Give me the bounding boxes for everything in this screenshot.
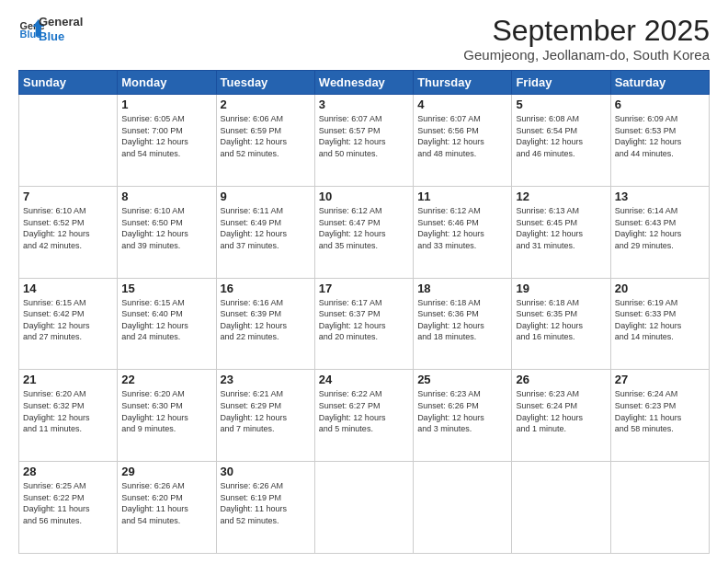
day-info: Sunrise: 6:05 AM Sunset: 7:00 PM Dayligh… (121, 113, 211, 159)
table-row: 21Sunrise: 6:20 AM Sunset: 6:32 PM Dayli… (19, 370, 118, 462)
day-info: Sunrise: 6:23 AM Sunset: 6:26 PM Dayligh… (417, 388, 507, 434)
day-number: 25 (417, 373, 507, 386)
day-info: Sunrise: 6:24 AM Sunset: 6:23 PM Dayligh… (615, 388, 705, 434)
day-number: 23 (221, 373, 311, 386)
table-row: 5Sunrise: 6:08 AM Sunset: 6:54 PM Daylig… (512, 95, 610, 187)
col-tuesday: Tuesday (216, 71, 314, 95)
table-row: 29Sunrise: 6:26 AM Sunset: 6:20 PM Dayli… (118, 462, 216, 554)
day-info: Sunrise: 6:22 AM Sunset: 6:27 PM Dayligh… (319, 388, 409, 434)
day-info: Sunrise: 6:20 AM Sunset: 6:30 PM Dayligh… (121, 388, 211, 434)
day-info: Sunrise: 6:07 AM Sunset: 6:57 PM Dayligh… (319, 113, 409, 159)
logo: General Blue General Blue (18, 15, 83, 43)
day-info: Sunrise: 6:26 AM Sunset: 6:20 PM Dayligh… (121, 480, 211, 526)
day-info: Sunrise: 6:12 AM Sunset: 6:47 PM Dayligh… (319, 205, 409, 251)
day-info: Sunrise: 6:17 AM Sunset: 6:37 PM Dayligh… (319, 297, 409, 343)
table-row: 27Sunrise: 6:24 AM Sunset: 6:23 PM Dayli… (610, 370, 709, 462)
table-row: 1Sunrise: 6:05 AM Sunset: 7:00 PM Daylig… (118, 95, 216, 187)
month-title: September 2025 (463, 15, 710, 47)
table-row: 30Sunrise: 6:26 AM Sunset: 6:19 PM Dayli… (216, 462, 314, 554)
table-row: 3Sunrise: 6:07 AM Sunset: 6:57 PM Daylig… (314, 95, 413, 187)
day-number: 9 (221, 190, 311, 203)
day-info: Sunrise: 6:18 AM Sunset: 6:35 PM Dayligh… (516, 297, 606, 343)
table-row: 16Sunrise: 6:16 AM Sunset: 6:39 PM Dayli… (216, 278, 314, 370)
day-number: 27 (615, 373, 705, 386)
day-info: Sunrise: 6:19 AM Sunset: 6:33 PM Dayligh… (615, 297, 705, 343)
table-row: 12Sunrise: 6:13 AM Sunset: 6:45 PM Dayli… (512, 186, 610, 278)
logo-line2: Blue (39, 29, 83, 44)
table-row: 17Sunrise: 6:17 AM Sunset: 6:37 PM Dayli… (314, 278, 413, 370)
table-row: 15Sunrise: 6:15 AM Sunset: 6:40 PM Dayli… (118, 278, 216, 370)
day-info: Sunrise: 6:26 AM Sunset: 6:19 PM Dayligh… (221, 480, 311, 526)
day-info: Sunrise: 6:20 AM Sunset: 6:32 PM Dayligh… (23, 388, 113, 434)
day-number: 10 (319, 190, 409, 203)
day-info: Sunrise: 6:06 AM Sunset: 6:59 PM Dayligh… (221, 113, 311, 159)
day-info: Sunrise: 6:08 AM Sunset: 6:54 PM Dayligh… (516, 113, 606, 159)
day-number: 6 (615, 98, 705, 111)
day-number: 15 (121, 282, 211, 295)
day-info: Sunrise: 6:10 AM Sunset: 6:52 PM Dayligh… (23, 205, 113, 251)
day-number: 5 (516, 98, 606, 111)
day-number: 20 (615, 282, 705, 295)
table-row: 13Sunrise: 6:14 AM Sunset: 6:43 PM Dayli… (610, 186, 709, 278)
calendar-week-4: 21Sunrise: 6:20 AM Sunset: 6:32 PM Dayli… (19, 370, 710, 462)
col-monday: Monday (118, 71, 216, 95)
table-row: 8Sunrise: 6:10 AM Sunset: 6:50 PM Daylig… (118, 186, 216, 278)
table-row: 24Sunrise: 6:22 AM Sunset: 6:27 PM Dayli… (314, 370, 413, 462)
table-row: 10Sunrise: 6:12 AM Sunset: 6:47 PM Dayli… (314, 186, 413, 278)
col-wednesday: Wednesday (314, 71, 413, 95)
table-row: 7Sunrise: 6:10 AM Sunset: 6:52 PM Daylig… (19, 186, 118, 278)
calendar-week-1: 1Sunrise: 6:05 AM Sunset: 7:00 PM Daylig… (19, 95, 710, 187)
day-number: 26 (516, 373, 606, 386)
day-info: Sunrise: 6:25 AM Sunset: 6:22 PM Dayligh… (23, 480, 113, 526)
day-number: 16 (221, 282, 311, 295)
location-subtitle: Geumjeong, Jeollanam-do, South Korea (463, 47, 710, 63)
table-row: 19Sunrise: 6:18 AM Sunset: 6:35 PM Dayli… (512, 278, 610, 370)
col-saturday: Saturday (610, 71, 709, 95)
table-row: 18Sunrise: 6:18 AM Sunset: 6:36 PM Dayli… (414, 278, 512, 370)
calendar-header-row: Sunday Monday Tuesday Wednesday Thursday… (19, 71, 710, 95)
day-info: Sunrise: 6:21 AM Sunset: 6:29 PM Dayligh… (221, 388, 311, 434)
day-info: Sunrise: 6:18 AM Sunset: 6:36 PM Dayligh… (417, 297, 507, 343)
day-number: 18 (417, 282, 507, 295)
day-number: 11 (417, 190, 507, 203)
table-row: 26Sunrise: 6:23 AM Sunset: 6:24 PM Dayli… (512, 370, 610, 462)
table-row (610, 462, 709, 554)
day-number: 13 (615, 190, 705, 203)
day-number: 28 (23, 465, 113, 478)
table-row: 9Sunrise: 6:11 AM Sunset: 6:49 PM Daylig… (216, 186, 314, 278)
day-info: Sunrise: 6:15 AM Sunset: 6:42 PM Dayligh… (23, 297, 113, 343)
day-number: 4 (417, 98, 507, 111)
calendar-week-2: 7Sunrise: 6:10 AM Sunset: 6:52 PM Daylig… (19, 186, 710, 278)
day-number: 1 (121, 98, 211, 111)
day-info: Sunrise: 6:09 AM Sunset: 6:53 PM Dayligh… (615, 113, 705, 159)
day-info: Sunrise: 6:11 AM Sunset: 6:49 PM Dayligh… (221, 205, 311, 251)
table-row (19, 95, 118, 187)
day-info: Sunrise: 6:12 AM Sunset: 6:46 PM Dayligh… (417, 205, 507, 251)
col-sunday: Sunday (19, 71, 118, 95)
table-row: 4Sunrise: 6:07 AM Sunset: 6:56 PM Daylig… (414, 95, 512, 187)
calendar-table: Sunday Monday Tuesday Wednesday Thursday… (18, 70, 710, 554)
col-friday: Friday (512, 71, 610, 95)
day-number: 8 (121, 190, 211, 203)
col-thursday: Thursday (414, 71, 512, 95)
day-info: Sunrise: 6:23 AM Sunset: 6:24 PM Dayligh… (516, 388, 606, 434)
table-row: 22Sunrise: 6:20 AM Sunset: 6:30 PM Dayli… (118, 370, 216, 462)
day-info: Sunrise: 6:10 AM Sunset: 6:50 PM Dayligh… (121, 205, 211, 251)
day-number: 2 (221, 98, 311, 111)
day-number: 22 (121, 373, 211, 386)
day-number: 24 (319, 373, 409, 386)
day-number: 21 (23, 373, 113, 386)
day-number: 19 (516, 282, 606, 295)
day-info: Sunrise: 6:15 AM Sunset: 6:40 PM Dayligh… (121, 297, 211, 343)
table-row: 28Sunrise: 6:25 AM Sunset: 6:22 PM Dayli… (19, 462, 118, 554)
day-info: Sunrise: 6:16 AM Sunset: 6:39 PM Dayligh… (221, 297, 311, 343)
day-number: 12 (516, 190, 606, 203)
table-row: 6Sunrise: 6:09 AM Sunset: 6:53 PM Daylig… (610, 95, 709, 187)
day-number: 7 (23, 190, 113, 203)
table-row (414, 462, 512, 554)
table-row: 2Sunrise: 6:06 AM Sunset: 6:59 PM Daylig… (216, 95, 314, 187)
table-row (314, 462, 413, 554)
day-info: Sunrise: 6:14 AM Sunset: 6:43 PM Dayligh… (615, 205, 705, 251)
day-number: 3 (319, 98, 409, 111)
calendar-week-5: 28Sunrise: 6:25 AM Sunset: 6:22 PM Dayli… (19, 462, 710, 554)
